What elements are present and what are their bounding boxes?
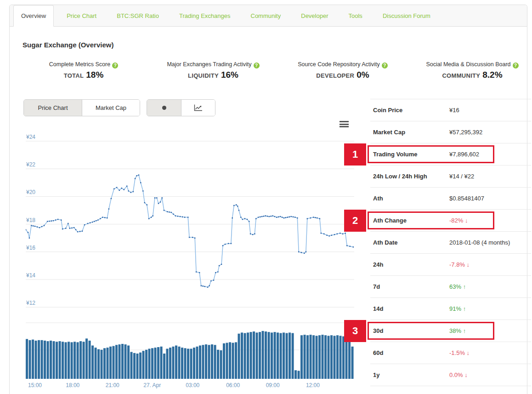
- tab-discussion-forum[interactable]: Discussion Forum: [375, 5, 438, 26]
- stat-value: ¥14 / ¥22: [449, 173, 474, 180]
- stat-value: $0.85481407: [449, 195, 484, 202]
- x-axis-tick-label: 06:00: [226, 382, 240, 388]
- stat-value: 63% ↑: [449, 283, 466, 290]
- question-mark-icon[interactable]: ?: [112, 63, 118, 69]
- question-mark-icon[interactable]: ?: [382, 63, 388, 69]
- page-title: Sugar Exchange (Overview): [23, 41, 113, 49]
- svg-text:¥20: ¥20: [26, 189, 35, 195]
- stat-label: 30d: [370, 327, 449, 334]
- stat-label: Trading Volume: [370, 151, 449, 158]
- table-row: Ath Date2018-01-08 (4 months): [370, 232, 531, 254]
- line-style-toggle[interactable]: [181, 100, 215, 116]
- stat-label: 14d: [370, 305, 449, 312]
- metric-value: TOTAL18%: [19, 70, 148, 80]
- metric-label: Source Code Repository Activity?: [278, 61, 407, 69]
- metric-value: DEVELOPER0%: [278, 70, 407, 80]
- table-row: Ath Change-82% ↓2: [370, 210, 531, 232]
- tab-btc-sgr-ratio[interactable]: BTC:SGR Ratio: [109, 5, 166, 26]
- x-axis-tick-label: 12:00: [306, 382, 320, 388]
- tab-bar: OverviewPrice ChartBTC:SGR RatioTrading …: [10, 5, 527, 27]
- stat-value: 38% ↑: [449, 327, 466, 334]
- tab-tools[interactable]: Tools: [341, 5, 370, 26]
- stat-value: 2018-01-08 (4 months): [449, 239, 510, 246]
- stat-value: -7.8% ↓: [449, 261, 470, 268]
- metric-value: LIQUIDITY16%: [148, 70, 278, 80]
- stat-label: Coin Price: [370, 107, 449, 114]
- tab-overview[interactable]: Overview: [13, 5, 54, 27]
- metric-liquidity: Major Exchanges Trading Activity?LIQUIDI…: [148, 61, 278, 80]
- table-row: Market Cap¥57,295,392: [370, 121, 531, 143]
- x-axis-tick-label: 09:00: [266, 382, 280, 388]
- metric-value: COMMUNITY8.2%: [407, 70, 532, 80]
- annotation-badge-2: 2: [344, 210, 366, 232]
- stat-value: -1.5% ↓: [449, 349, 470, 356]
- svg-text:¥24: ¥24: [26, 134, 35, 140]
- stat-label: 1y: [370, 371, 449, 378]
- table-row: 30d38% ↑3: [370, 320, 531, 342]
- annotation-badge-3: 3: [344, 320, 366, 342]
- stat-value: 0.0% ↓: [449, 371, 468, 378]
- stat-value: ¥57,295,392: [449, 129, 482, 136]
- chart-style-toggle-group: [147, 99, 215, 116]
- stat-label: 60d: [370, 349, 449, 356]
- stat-value: 91% ↑: [449, 305, 466, 312]
- table-row: Trading Volume¥7,896,6021: [370, 143, 531, 166]
- stat-value: ¥16: [449, 107, 459, 114]
- svg-text:¥16: ¥16: [26, 245, 35, 251]
- tab-community[interactable]: Community: [243, 5, 289, 26]
- stat-label: 24h Low / 24h High: [370, 173, 449, 180]
- table-row: 24h Low / 24h High¥14 / ¥22: [370, 166, 531, 188]
- question-mark-icon[interactable]: ?: [513, 63, 519, 69]
- annotation-badge-1: 1: [344, 143, 366, 166]
- stats-table: Coin Price¥16Market Cap¥57,295,392Tradin…: [370, 99, 531, 386]
- stat-label: Ath: [370, 195, 449, 202]
- content-panel: OverviewPrice ChartBTC:SGR RatioTrading …: [9, 5, 527, 394]
- stat-label: 7d: [370, 283, 449, 290]
- dot-style-toggle[interactable]: [147, 100, 181, 116]
- market-cap-toggle[interactable]: Market Cap: [82, 100, 140, 116]
- table-row: 60d-1.5% ↓: [370, 342, 531, 364]
- svg-text:¥22: ¥22: [26, 161, 35, 168]
- x-axis-labels: 15:0018:0021:0027. Apr03:0006:0009:0012:…: [26, 382, 354, 389]
- stat-value: -82% ↓: [449, 217, 468, 224]
- x-axis-tick-label: 15:00: [28, 382, 42, 388]
- stat-label: Market Cap: [370, 129, 449, 136]
- price-chart-toggle[interactable]: Price Chart: [24, 100, 82, 116]
- stat-value: ¥7,896,602: [449, 151, 479, 158]
- tab-trading-exchanges[interactable]: Trading Exchanges: [172, 5, 238, 26]
- table-row: 14d91% ↑: [370, 298, 531, 320]
- stat-label: 24h: [370, 261, 449, 268]
- dot-icon: [162, 106, 166, 110]
- chart-controls: Price Chart Market Cap: [23, 99, 215, 116]
- stat-label: Ath Change: [370, 217, 449, 224]
- series-toggle-group: Price Chart Market Cap: [23, 99, 140, 116]
- page: OverviewPrice ChartBTC:SGR RatioTrading …: [0, 0, 532, 394]
- tab-price-chart[interactable]: Price Chart: [59, 5, 104, 26]
- metric-label: Complete Metrics Score?: [19, 61, 148, 69]
- metric-developer: Source Code Repository Activity?DEVELOPE…: [278, 61, 407, 80]
- metric-total: Complete Metrics Score?TOTAL18%: [19, 61, 148, 80]
- table-row: 7d63% ↑: [370, 276, 531, 298]
- table-row: 1y0.0% ↓: [370, 364, 531, 386]
- line-chart-icon: [194, 104, 203, 111]
- svg-text:¥18: ¥18: [26, 217, 35, 223]
- x-axis-tick-label: 21:00: [106, 382, 119, 388]
- metric-community: Social Media & Discussion Board?COMMUNIT…: [407, 61, 532, 80]
- price-chart: ¥24¥22¥20¥18¥16¥14¥12: [26, 120, 354, 315]
- stat-label: Ath Date: [370, 239, 449, 246]
- question-mark-icon[interactable]: ?: [254, 63, 260, 69]
- volume-chart: [26, 321, 354, 380]
- metrics-row: Complete Metrics Score?TOTAL18%Major Exc…: [19, 61, 532, 80]
- x-axis-tick-label: 27. Apr: [143, 382, 161, 388]
- svg-text:¥12: ¥12: [26, 300, 35, 306]
- x-axis-tick-label: 03:00: [186, 382, 199, 388]
- metric-label: Social Media & Discussion Board?: [407, 61, 532, 69]
- x-axis-tick-label: 18:00: [66, 382, 79, 388]
- svg-text:¥14: ¥14: [26, 272, 35, 279]
- table-row: Ath$0.85481407: [370, 188, 531, 210]
- table-row: Coin Price¥16: [370, 99, 531, 121]
- table-row: 24h-7.8% ↓: [370, 254, 531, 276]
- metric-label: Major Exchanges Trading Activity?: [148, 61, 278, 69]
- tab-developer[interactable]: Developer: [294, 5, 335, 26]
